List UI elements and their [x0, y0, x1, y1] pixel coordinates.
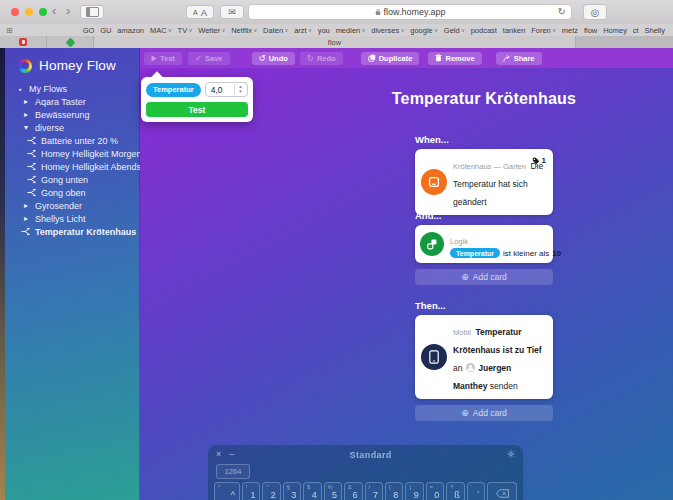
keyboard-close-icon[interactable]: × [216, 450, 221, 459]
pinned-tab-red-icon [19, 38, 27, 46]
duplicate-button[interactable]: Duplicate [361, 52, 420, 65]
number-stepper[interactable]: ▲▼ [234, 84, 246, 95]
bookmark-item[interactable]: arzt∨ [294, 26, 312, 35]
key-^[interactable]: °^ [214, 482, 240, 500]
bookmark-item[interactable]: Geld∨ [444, 26, 465, 35]
sidebar-item[interactable]: Temperatur Krötenhaus [5, 225, 139, 238]
popover-test-button[interactable]: Test [146, 102, 248, 117]
back-icon[interactable]: ‹ [52, 3, 56, 19]
and-label: And... [415, 210, 553, 221]
chevron-right-icon: ▸ [21, 97, 31, 106]
test-button[interactable]: Test [144, 52, 182, 65]
key-9[interactable]: )9 [405, 482, 423, 500]
and-card[interactable]: Logik Temperatur ist kleiner als 10 [415, 225, 553, 263]
redo-button[interactable]: ↻ Redo [300, 52, 343, 65]
bookmark-item[interactable]: Shelly [644, 26, 664, 35]
zoom-button[interactable] [39, 8, 47, 16]
bookmark-item[interactable]: Netflix∨ [231, 26, 257, 35]
key-7[interactable]: /7 [365, 482, 383, 500]
reader-text-size-button[interactable]: A A [186, 5, 214, 19]
save-button[interactable]: ✓ Save [188, 52, 230, 65]
minimize-button[interactable] [25, 8, 33, 16]
chevron-right-icon: ▸ [21, 214, 31, 223]
address-bar[interactable]: flow.homey.app ↻ [248, 4, 572, 20]
key-8[interactable]: (8 [385, 482, 403, 500]
keyboard-title: Standard [242, 450, 499, 460]
tab-overview-button[interactable]: ◎ [583, 4, 607, 20]
pinned-tab-1[interactable] [0, 36, 47, 48]
bookmark-item[interactable]: Wetter∨ [198, 26, 225, 35]
bookmark-item[interactable]: podcast [471, 26, 497, 35]
flow-icon [27, 188, 37, 197]
key-0[interactable]: =0 [426, 482, 444, 500]
bookmark-item[interactable]: ct [633, 26, 639, 35]
sidebar: Homey Flow ●My Flows▸Aqara Taster▸Bewäss… [5, 48, 140, 500]
sidebar-item[interactable]: ▸Bewässerung [5, 108, 139, 121]
sidebar-item[interactable]: ▸Shellys Licht [5, 212, 139, 225]
bookmark-item[interactable]: Foren∨ [531, 26, 556, 35]
remove-button[interactable]: Remove [428, 52, 481, 65]
keyboard-settings-gear-icon[interactable] [507, 450, 515, 460]
sidebar-tree: ●My Flows▸Aqara Taster▸Bewässerung▾diver… [5, 82, 139, 238]
bookmark-item[interactable]: metz [562, 26, 578, 35]
bookmark-item[interactable]: google∨ [410, 26, 438, 35]
bookmark-item[interactable]: flow [584, 26, 597, 35]
key-2[interactable]: "2 [262, 482, 280, 500]
bookmark-item[interactable]: amazon [117, 26, 144, 35]
bookmark-item[interactable]: tanken [503, 26, 526, 35]
tab-flow[interactable]: flow [94, 36, 576, 48]
sidebar-item[interactable]: Batterie unter 20 % [5, 134, 139, 147]
sidebar-toggle-button[interactable] [80, 5, 104, 19]
chevron-down-icon: ∨ [362, 27, 366, 33]
chevron-down-icon: ∨ [222, 27, 226, 33]
reload-icon[interactable]: ↻ [558, 6, 566, 17]
bookmark-item[interactable]: GO [83, 26, 95, 35]
keyboard-minimize-icon[interactable]: – [229, 450, 234, 459]
bookmark-item[interactable]: diverses∨ [371, 26, 404, 35]
sidebar-item[interactable]: Homey Helligkeit Abends [5, 160, 139, 173]
badge-count: 1 [542, 156, 546, 165]
then-label: Then... [415, 300, 553, 311]
close-button[interactable] [11, 8, 19, 16]
share-button[interactable]: Share [496, 52, 542, 65]
sidebar-item[interactable]: ▸Aqara Taster [5, 95, 139, 108]
sidebar-item[interactable]: ▾diverse [5, 121, 139, 134]
sidebar-item-label: Shellys Licht [35, 214, 86, 224]
key-6[interactable]: &6 [344, 482, 362, 500]
sidebar-item[interactable]: ●My Flows [5, 82, 139, 95]
bookmark-item[interactable]: Homey [603, 26, 627, 35]
bookmark-item[interactable]: you [318, 26, 330, 35]
key-ß[interactable]: ?ß [446, 482, 464, 500]
bookmark-item[interactable]: TV∨ [178, 26, 193, 35]
avatar [466, 363, 475, 372]
then-card[interactable]: Mobil Temperatur Krötenhaus ist zu Tief … [415, 315, 553, 399]
share-mail-button[interactable]: ✉ [220, 5, 244, 19]
when-card[interactable]: Krötenhaus — Garten Die Temperatur hat s… [415, 149, 553, 215]
key-5[interactable]: %5 [324, 482, 342, 500]
test-value-input[interactable]: 4,0 ▲▼ [205, 82, 248, 97]
pinned-tab-2[interactable] [47, 36, 94, 48]
sidebar-item[interactable]: Gong unten [5, 173, 139, 186]
bookmark-item[interactable]: Daten∨ [263, 26, 288, 35]
key-3[interactable]: §3 [283, 482, 301, 500]
key-1[interactable]: !1 [242, 482, 260, 500]
favorites-grid-icon[interactable]: ⊞ [6, 26, 13, 35]
key-´[interactable]: `´ [467, 482, 485, 500]
trash-icon [435, 54, 442, 62]
add-card-button-and[interactable]: ⊕ Add card [415, 269, 553, 285]
bookmark-item[interactable]: MAC∨ [150, 26, 172, 35]
key-4[interactable]: $4 [303, 482, 321, 500]
token-badge: 1 [532, 156, 546, 165]
bookmark-item[interactable]: medien∨ [336, 26, 366, 35]
sidebar-item[interactable]: ▸Gyrosender [5, 199, 139, 212]
sidebar-item[interactable]: Homey Helligkeit Morgens [5, 147, 139, 160]
bookmark-item[interactable]: GU [100, 26, 111, 35]
mobile-icon [421, 344, 447, 370]
temperature-token[interactable]: Temperatur [450, 248, 500, 258]
undo-button[interactable]: ↺ Undo [252, 52, 295, 65]
sidebar-item-label: Homey Helligkeit Abends [41, 162, 141, 172]
backspace-key[interactable] [487, 482, 517, 500]
sidebar-item[interactable]: Gong oben [5, 186, 139, 199]
forward-icon[interactable]: › [66, 3, 70, 19]
add-card-button-then[interactable]: ⊕ Add card [415, 405, 553, 421]
